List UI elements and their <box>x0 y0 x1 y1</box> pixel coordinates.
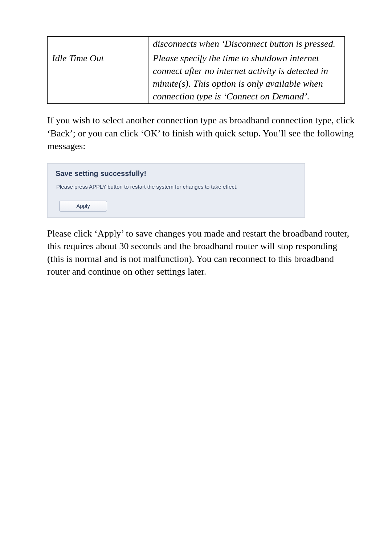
save-setting-panel: Save setting successfully! Please press … <box>47 163 305 218</box>
paragraph-1: If you wish to select another connection… <box>47 114 356 152</box>
panel-message: Please press APPLY button to restart the… <box>56 184 298 190</box>
apply-button[interactable]: Apply <box>59 201 107 212</box>
table-cell-left: Idle Time Out <box>48 51 148 104</box>
table-row: Idle Time Out Please specify the time to… <box>48 51 345 104</box>
table-cell-right: disconnects when ‘Disconnect button is p… <box>148 37 345 51</box>
table-cell-right: Please specify the time to shutdown inte… <box>148 51 345 104</box>
page: disconnects when ‘Disconnect button is p… <box>0 0 392 554</box>
description-table: disconnects when ‘Disconnect button is p… <box>47 36 345 104</box>
table-row: disconnects when ‘Disconnect button is p… <box>48 37 345 51</box>
paragraph-2: Please click ‘Apply’ to save changes you… <box>47 227 356 278</box>
table-cell-left <box>48 37 148 51</box>
panel-title: Save setting successfully! <box>56 169 298 178</box>
